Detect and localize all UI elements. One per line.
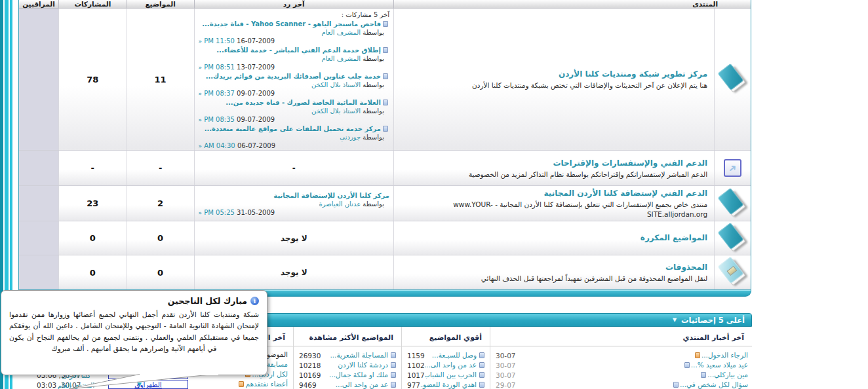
forum-title-link[interactable]: مركز تطوير شبكة ومنتديات كلنا الأردن xyxy=(401,69,707,79)
news-link[interactable]: عيد ميلاد سعيد %... xyxy=(691,361,748,369)
header-forum: المنتدى xyxy=(393,0,751,8)
news-date: 30-07 xyxy=(496,361,516,369)
thread-icon xyxy=(479,372,484,378)
stats-column-latest-news: آخر أخبار المنتدي الرجاء الدخول... 30-07… xyxy=(490,327,752,389)
news-link[interactable]: سؤال لكل شخص في... xyxy=(680,380,748,388)
header-posts: المشاركات xyxy=(58,0,127,8)
viewed-thread-item: المساجلة الشعرية... 26930 xyxy=(294,350,401,360)
forum-title-link[interactable]: الدعم الفني والإستفسارات والإقتراحات xyxy=(401,158,707,168)
thread-icon xyxy=(684,362,690,368)
last5-posts-label: آخر 5 مشاركات : xyxy=(199,10,389,19)
no-last-post: لا يوجد xyxy=(194,221,393,255)
thread-link[interactable]: أعضاء نفتقدهم xyxy=(245,380,288,388)
thread-link[interactable]: المساجلة الشعرية... xyxy=(330,351,388,359)
thread-icon xyxy=(673,382,679,388)
thread-icon xyxy=(391,382,396,388)
thread-icon xyxy=(383,126,388,132)
thread-icon xyxy=(383,21,388,27)
thread-title-link[interactable]: خدمة جلب عناوين أصدقائك البريدية من قوائ… xyxy=(206,73,381,80)
thread-icon xyxy=(479,352,484,358)
thread-count: 0 xyxy=(127,221,194,255)
post-time: PM 05:25 xyxy=(204,209,235,216)
forum-title-link[interactable]: المواضيع المكررة xyxy=(401,233,707,242)
forum-description: لنقل المواضيع المحذوفة من قبل المشرفين ت… xyxy=(401,274,707,284)
stats-column-most-viewed: المواضيع الأكثر مشاهدة المساجلة الشعرية.… xyxy=(293,327,401,389)
thread-title-link[interactable]: فاحص ماسنجر الياهو - Yahoo Scanner - قنا… xyxy=(202,20,381,28)
thread-title-link[interactable]: مركز خدمة تحميل الملفات على مواقع عالمية… xyxy=(205,125,381,132)
thread-link[interactable]: ملك او ملكة جمال... xyxy=(329,371,388,379)
forum-description: هنا يتم الإعلان عن آخر التحديثات والإضاف… xyxy=(401,81,707,90)
tooltip-title: مبارك لكل الناجحين xyxy=(168,296,247,306)
post-time: AM 04:30 xyxy=(204,142,235,149)
thread-link[interactable]: عد من واحد الى... xyxy=(336,380,388,388)
forum-description: منتدى خاص بجميع الإستفسارات التي تتعلق ب… xyxy=(401,200,707,219)
thread-link[interactable]: دردشة كلنا الاردن xyxy=(338,361,388,369)
last-post-entry: إطلاق خدمة الدعم الفني المباشر - خدمة لل… xyxy=(199,46,389,72)
statistics-title: أعلى 5 إحصائيات xyxy=(681,316,745,325)
thread-icon xyxy=(479,382,484,388)
view-count: 9469 xyxy=(299,381,317,389)
reply-count: 1159 xyxy=(407,352,425,360)
thread-title-link[interactable]: العلامة المائية الخاصة لصورك - قناة جديد… xyxy=(226,99,381,106)
header-moderators: المراقبين xyxy=(19,0,58,8)
by-label: بواسطة xyxy=(363,81,384,88)
author-link[interactable]: الاستاذ بلال الكخن xyxy=(311,81,361,88)
viewed-thread-item: دردشة كلنا الاردن 10218 xyxy=(294,360,401,370)
thread-title-link[interactable]: إطلاق خدمة الدعم الفني المباشر - خدمة لل… xyxy=(216,46,381,54)
forum-category-table: المنتدى آخر رد المواضيع المشاركات المراق… xyxy=(18,0,751,297)
post-time: PM 08:37 xyxy=(204,90,235,97)
strong-thread-item: اهدي الوردة للعضو... 977 xyxy=(402,380,490,389)
thread-title-link[interactable]: مركز كلنا الأردن للإستضافة المجانية xyxy=(273,192,389,199)
author-link[interactable]: جوردني xyxy=(340,134,361,141)
forum-row-duplicated-threads: المواضيع المكررة لا يوجد 0 0 xyxy=(19,221,751,255)
thread-link[interactable]: الحرب بين الشباب... xyxy=(425,371,477,379)
post-time: PM 08:35 xyxy=(204,116,235,123)
post-count: 0 xyxy=(58,255,127,289)
news-link[interactable]: مين بياركلي... xyxy=(707,371,748,379)
info-icon: i xyxy=(250,297,259,305)
stats-column-strongest-threads: أقوي المواضيع وصل للسبـعة... 1159 عد من … xyxy=(401,327,490,389)
viewed-thread-item: عد من واحد الى... 9469 xyxy=(294,380,401,389)
author-link[interactable]: الاستاذ بلال الكخن xyxy=(311,107,361,115)
strong-thread-item: وصل للسبـعة... 1159 xyxy=(402,350,490,360)
strong-thread-item: الحرب بين الشباب... 1017 xyxy=(402,370,490,380)
forum-title-link[interactable]: الدعم الفني لإستضافة كلنا الأردن المجاني… xyxy=(401,189,707,198)
news-item: سؤال لكل شخص في... 29-07 xyxy=(490,380,752,389)
thread-icon xyxy=(383,47,388,53)
last-post-entry: العلامة المائية الخاصة لصورك - قناة جديد… xyxy=(199,98,389,124)
thread-icon xyxy=(479,362,484,368)
thread-icon xyxy=(239,381,244,387)
forum-title-link[interactable]: المحذوفات xyxy=(401,263,707,272)
stats-column-header: المواضيع الأكثر مشاهدة xyxy=(294,327,401,346)
author-link[interactable]: المشرف العام xyxy=(322,29,361,36)
by-label: بواسطة xyxy=(363,107,384,115)
news-date: 29-07 xyxy=(496,381,516,389)
thread-count: 2 xyxy=(127,186,194,221)
thread-count: 11 xyxy=(127,9,194,150)
forum-row-deleted: المحذوفات لنقل المواضيع المحذوفة من قبل … xyxy=(19,255,751,289)
moderators-cell xyxy=(19,255,58,289)
thread-icon xyxy=(391,372,396,378)
goto-last-post-icon[interactable]: » xyxy=(199,143,203,149)
moderators-cell xyxy=(19,151,58,185)
goto-last-post-icon[interactable]: » xyxy=(199,210,203,216)
forum-book-icon xyxy=(718,189,748,218)
stats-column-header: أقوي المواضيع xyxy=(402,327,490,346)
thread-link[interactable]: اهدي الوردة للعضو... xyxy=(420,380,477,388)
stats-column-header: آخر أخبار المنتدي xyxy=(490,327,752,346)
collapse-caret-icon[interactable]: ▼ xyxy=(673,317,677,323)
announcement-tooltip: i مبارك لكل الناجحين شبكة ومنتديات كلنا … xyxy=(1,290,267,375)
goto-last-post-icon[interactable]: » xyxy=(199,117,203,123)
reply-count: 977 xyxy=(407,381,420,389)
author-link[interactable]: عدنان العياصرة xyxy=(319,200,361,208)
goto-last-post-icon[interactable]: » xyxy=(199,38,203,45)
goto-last-post-icon[interactable]: » xyxy=(199,64,203,71)
thread-icon xyxy=(383,73,388,79)
news-link[interactable]: الرجاء الدخول... xyxy=(701,351,748,359)
thread-link[interactable]: عد من واحد الى... xyxy=(425,361,477,369)
thread-link[interactable]: وصل للسبـعة... xyxy=(432,351,477,359)
post-date: 16-07-2009 xyxy=(237,37,275,45)
redirect-forum-icon: ➜ xyxy=(724,159,741,177)
author-link[interactable]: المشرف العام xyxy=(322,55,361,62)
goto-last-post-icon[interactable]: » xyxy=(199,90,203,97)
